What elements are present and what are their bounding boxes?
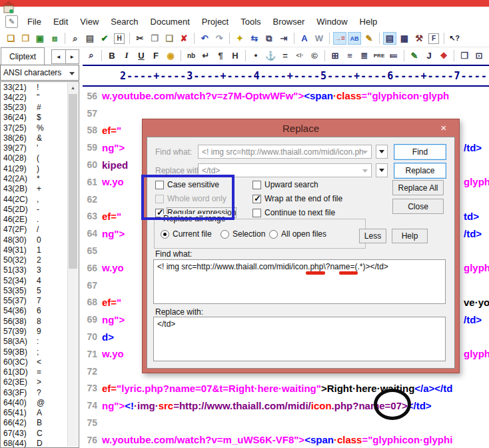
spell-check-icon[interactable]: ✔: [98, 32, 111, 45]
cliptext-scrollbar[interactable]: ▲: [67, 83, 78, 447]
dialog-title[interactable]: Replace: [143, 119, 459, 137]
output-window-icon[interactable]: ▦: [398, 32, 411, 45]
undo-icon[interactable]: ↶: [198, 32, 211, 45]
scroll-up-icon[interactable]: ▲: [68, 83, 78, 93]
replace-all-button[interactable]: Replace All: [392, 180, 444, 195]
line-numbers-icon[interactable]: AB: [348, 32, 361, 45]
new-file-icon[interactable]: ❏: [4, 32, 17, 45]
anchor-icon[interactable]: ⚓: [264, 49, 277, 62]
selection-radio[interactable]: Selection: [221, 229, 265, 239]
table-icon[interactable]: ⊞: [328, 49, 342, 62]
replace-icon[interactable]: ⇆: [248, 32, 261, 45]
show-tabs-icon[interactable]: →=: [333, 32, 346, 45]
cliptext-category-dropdown[interactable]: ANSI characters: [0, 65, 79, 81]
editor-line-75[interactable]: 75: [80, 414, 489, 431]
menu-window[interactable]: Window: [310, 15, 353, 29]
function-list-icon[interactable]: F: [428, 33, 439, 44]
menu-document[interactable]: Document: [145, 15, 196, 29]
align-center-icon[interactable]: ≡: [343, 49, 356, 62]
italic-icon[interactable]: I: [120, 49, 133, 62]
find-area-textarea[interactable]: <! img src=http://www.thaiall.com/midi/i…: [153, 259, 446, 304]
menu-edit[interactable]: Edit: [47, 15, 74, 29]
radio-icon[interactable]: [269, 230, 278, 239]
list-icon[interactable]: ≔: [387, 49, 400, 62]
replace-button[interactable]: Replace: [394, 163, 446, 179]
replace-area-textarea[interactable]: </td>: [153, 317, 446, 361]
palette-icon[interactable]: ◉: [164, 49, 177, 62]
delete-icon[interactable]: ✘: [177, 32, 191, 45]
frame-icon[interactable]: ⊡: [472, 49, 486, 62]
objects-icon[interactable]: ❖: [437, 49, 450, 62]
underline-icon[interactable]: U: [135, 49, 148, 62]
nonbreaking-space-icon[interactable]: nb: [185, 49, 198, 62]
close-icon[interactable]: ×: [433, 121, 454, 135]
copy-icon[interactable]: ❐: [148, 32, 161, 45]
user-tools-icon[interactable]: ⚒: [412, 32, 426, 45]
menu-tools[interactable]: Tools: [235, 15, 266, 29]
checkbox-checked-icon[interactable]: [252, 195, 261, 203]
context-help-icon[interactable]: ↖?: [448, 32, 461, 45]
open-file-icon[interactable]: ❒: [19, 32, 32, 45]
find-history-dropdown-button[interactable]: [376, 145, 388, 159]
menu-project[interactable]: Project: [196, 15, 235, 29]
save-icon[interactable]: ▣: [33, 32, 47, 45]
paste-icon[interactable]: ❑: [163, 32, 176, 45]
editor-line-73[interactable]: 73ef="lyric.php?name=07&t=Right·here·wai…: [80, 380, 489, 397]
find-icon[interactable]: ✦: [233, 32, 246, 45]
save-all-icon[interactable]: ⧈: [48, 32, 61, 45]
comment-icon[interactable]: <!·: [293, 49, 306, 62]
find-in-files-icon[interactable]: ⧉: [262, 32, 276, 45]
bold-icon[interactable]: B: [105, 49, 119, 62]
wrap-at-end-checkbox[interactable]: Wrap at the end of file: [252, 194, 342, 203]
html-entity-icon[interactable]: H: [114, 33, 125, 44]
all-open-files-radio[interactable]: All open files: [269, 229, 326, 239]
scrollbar-thumb[interactable]: [69, 94, 77, 269]
line-break-icon[interactable]: ↵: [199, 49, 213, 62]
menu-view[interactable]: View: [74, 15, 105, 29]
heading-icon[interactable]: H: [229, 49, 242, 62]
continue-next-file-checkbox[interactable]: Continue to next file: [252, 208, 335, 217]
radio-selected-icon[interactable]: [161, 230, 169, 239]
editor-line-74[interactable]: 74ng"><!·img·src=http://www.thaiall.com/…: [80, 397, 489, 414]
menu-help[interactable]: Help: [354, 15, 384, 29]
menu-search[interactable]: Search: [105, 15, 144, 29]
menu-browser[interactable]: Browser: [267, 15, 311, 29]
align-right-icon[interactable]: ≣: [358, 49, 371, 62]
word-wrap-icon[interactable]: W: [312, 32, 326, 45]
close-button[interactable]: Close: [392, 199, 444, 214]
browser-preview-icon[interactable]: ⌕: [85, 49, 98, 62]
help-button[interactable]: Help: [392, 229, 428, 243]
find-button[interactable]: Find: [394, 144, 446, 160]
font-icon[interactable]: A: [298, 32, 311, 45]
preformatted-icon[interactable]: PRE: [372, 49, 386, 62]
horizontal-rule-icon[interactable]: =: [278, 49, 292, 62]
redo-icon[interactable]: ↷: [213, 32, 226, 45]
scroll-right-icon[interactable]: ►: [65, 50, 79, 63]
upward-search-checkbox[interactable]: Upward search: [252, 180, 318, 189]
cliptext-tab[interactable]: Cliptext: [1, 47, 45, 65]
font-color-icon[interactable]: F: [149, 49, 163, 62]
print-preview-icon[interactable]: ⌕: [69, 32, 82, 45]
editor-line-76[interactable]: 76w.youtube.com/watch?v=m_uWS6K-VF8"><sp…: [80, 431, 489, 448]
javascript-icon[interactable]: J: [422, 49, 436, 62]
checkbox-icon[interactable]: [252, 209, 261, 217]
cliptext-panel-icon[interactable]: ▤: [383, 32, 396, 45]
preferences-icon[interactable]: ✎: [362, 32, 376, 45]
menu-file[interactable]: File: [21, 15, 47, 29]
scroll-left-icon[interactable]: ◄: [52, 50, 65, 63]
editor-line-56[interactable]: 56w.youtube.com/watch?v=z7M-OptwWFw"><sp…: [80, 87, 489, 105]
checkbox-icon[interactable]: [252, 181, 261, 189]
print-icon[interactable]: ▤: [83, 32, 97, 45]
script-icon[interactable]: ✎: [408, 49, 421, 62]
paragraph-icon[interactable]: ¶: [214, 49, 227, 62]
radio-icon[interactable]: [221, 230, 229, 239]
folder-icon[interactable]: ❒: [458, 49, 471, 62]
copyright-icon[interactable]: ©: [308, 49, 321, 62]
less-button[interactable]: Less: [359, 229, 386, 243]
cut-icon[interactable]: ✂: [133, 32, 147, 45]
find-what-combo[interactable]: <! img src=http://www.thaiall.com/midi/i…: [198, 145, 372, 159]
goto-line-icon[interactable]: ⇥: [277, 32, 290, 45]
current-file-radio[interactable]: Current file: [161, 229, 212, 239]
replace-history-dropdown-button[interactable]: [376, 163, 388, 177]
bullet-icon[interactable]: ●: [249, 49, 262, 62]
